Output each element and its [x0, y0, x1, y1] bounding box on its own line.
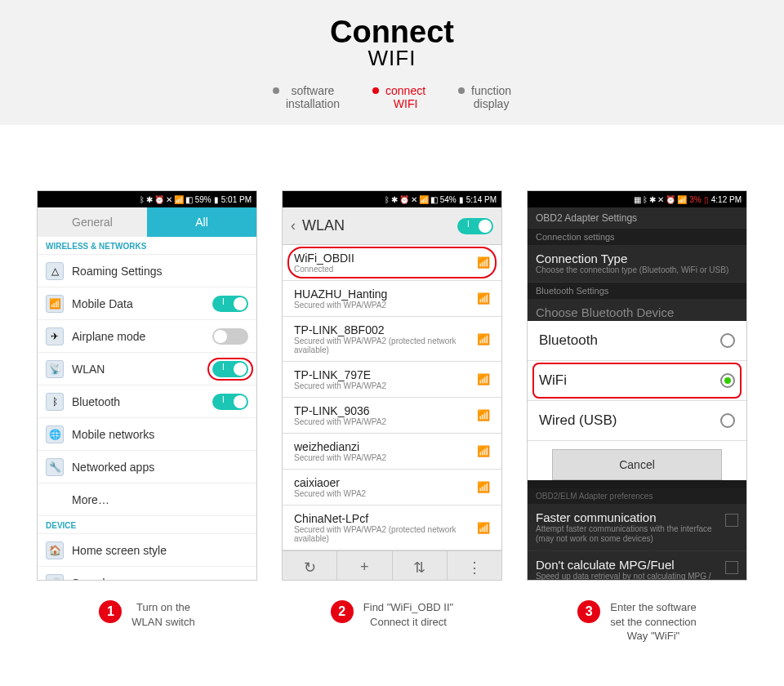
- clock: 5:14 PM: [466, 195, 497, 204]
- option-wifi[interactable]: WiFi: [528, 361, 746, 401]
- battery-level: 54%: [440, 195, 457, 204]
- option-bluetooth[interactable]: Bluetooth: [528, 321, 746, 361]
- tab-general[interactable]: General: [38, 207, 147, 237]
- roaming-icon: △: [46, 262, 64, 280]
- wifi-caixiaoer[interactable]: caixiaoerSecured with WPA2📶: [283, 470, 501, 506]
- status-bar: ▦ᛒ✱✕⏰📶 3% ▯ 4:12 PM: [528, 191, 746, 207]
- clock: 4:12 PM: [711, 195, 742, 204]
- wifi-weizhe[interactable]: weizhedianziSecured with WPA/WPA2📶: [283, 434, 501, 470]
- row-mobile-networks[interactable]: 🌐Mobile networks: [38, 418, 256, 451]
- row-home-screen[interactable]: 🏠Home screen style: [38, 534, 256, 567]
- progress-steps: softwareinstallation connectWIFI functio…: [0, 84, 784, 110]
- battery-icon: ▮: [214, 195, 219, 204]
- banner-title: Connect: [0, 16, 784, 47]
- caption-1: 1 Turn on theWLAN switch: [37, 600, 257, 644]
- badge-3: 3: [577, 600, 600, 623]
- back-icon[interactable]: ‹: [291, 217, 296, 234]
- row-networked-apps[interactable]: 🔧Networked apps: [38, 451, 256, 483]
- badge-1: 1: [99, 600, 122, 623]
- status-icons: ▦ᛒ✱✕⏰📶: [634, 195, 687, 204]
- battery-level: 59%: [195, 195, 212, 204]
- wlan-title: WLAN: [302, 217, 451, 234]
- row-more[interactable]: More…: [38, 483, 256, 516]
- battery-icon: ▯: [704, 195, 709, 204]
- phones-row: ᛒ✱⏰✕📶◧ 59% ▮ 5:01 PM General All WIRELES…: [0, 190, 784, 581]
- row-connection-type[interactable]: Connection Type Choose the connection ty…: [528, 245, 746, 283]
- wifi-lock-icon: 📶: [477, 481, 490, 493]
- mobile-data-icon: 📶: [46, 295, 64, 313]
- row-sound[interactable]: 🔊Sound: [38, 567, 256, 581]
- radio-icon: [720, 373, 735, 388]
- bluetooth-toggle[interactable]: [212, 394, 248, 410]
- sound-icon: 🔊: [46, 574, 64, 581]
- row-choose-bt: Choose Bluetooth Device: [528, 299, 746, 321]
- wifi-chinanet[interactable]: ChinaNet-LPcfSecured with WPA/WPA2 (prot…: [283, 506, 501, 550]
- radio-icon: [720, 413, 735, 428]
- phone-obd-settings: ▦ᛒ✱✕⏰📶 3% ▯ 4:12 PM OBD2 Adapter Setting…: [527, 190, 747, 581]
- phone-wlan: ᛒ✱⏰✕📶◧ 54% ▮ 5:14 PM ‹ WLAN WiFi_OBDIICo…: [282, 190, 502, 581]
- wifi-lock-icon: 📶: [477, 522, 490, 534]
- airplane-toggle[interactable]: [212, 328, 248, 345]
- sort-button[interactable]: ⇅: [393, 551, 448, 581]
- airplane-icon: ✈: [46, 327, 64, 345]
- section-bluetooth: Bluetooth Settings: [528, 283, 746, 299]
- wifi-tplink-8bf002[interactable]: TP-LINK_8BF002Secured with WPA/WPA2 (pro…: [283, 317, 501, 362]
- checkbox-icon[interactable]: [725, 561, 738, 574]
- bottom-bar: ↻ + ⇅ ⋮: [283, 550, 501, 581]
- section-wireless: WIRELESS & NETWORKS: [38, 237, 256, 255]
- checkbox-icon[interactable]: [725, 514, 738, 527]
- menu-button[interactable]: ⋮: [448, 551, 501, 581]
- bluetooth-icon: ᛒ: [46, 393, 64, 411]
- row-faster-comm[interactable]: Faster communication Attempt faster comm…: [528, 504, 746, 551]
- wifi-icon: 📶: [477, 256, 490, 269]
- refresh-button[interactable]: ↻: [283, 551, 337, 581]
- caption-3: 3 Enter the softwareset the connectionWa…: [527, 600, 747, 644]
- status-bar: ᛒ✱⏰✕📶◧ 54% ▮ 5:14 PM: [283, 191, 501, 207]
- phone-settings: ᛒ✱⏰✕📶◧ 59% ▮ 5:01 PM General All WIRELES…: [37, 190, 257, 581]
- option-wired[interactable]: Wired (USB): [528, 401, 746, 441]
- wifi-obdii[interactable]: WiFi_OBDIIConnected📶: [283, 245, 501, 281]
- status-icons: ᛒ✱⏰✕📶◧: [385, 195, 438, 204]
- badge-2: 2: [331, 600, 354, 623]
- add-button[interactable]: +: [337, 551, 392, 581]
- row-no-mpg[interactable]: Don't calculate MPG/Fuel Speed up data r…: [528, 551, 746, 581]
- clock: 5:01 PM: [221, 195, 252, 204]
- section-connection: Connection settings: [528, 229, 746, 245]
- row-roaming[interactable]: △Roaming Settings: [38, 255, 256, 287]
- wlan-toggle[interactable]: [212, 361, 248, 377]
- row-mobile-data[interactable]: 📶Mobile Data: [38, 287, 256, 320]
- wifi-tplink-797e[interactable]: TP-LINK_797ESecured with WPA/WPA2📶: [283, 362, 501, 398]
- section-device: DEVICE: [38, 516, 256, 534]
- row-bluetooth[interactable]: ᛒBluetooth: [38, 385, 256, 418]
- battery-level: 3%: [689, 195, 701, 204]
- networked-apps-icon: 🔧: [46, 458, 64, 476]
- row-airplane[interactable]: ✈Airplane mode: [38, 320, 256, 353]
- cancel-button[interactable]: Cancel: [552, 449, 722, 480]
- mobile-data-toggle[interactable]: [212, 296, 248, 312]
- status-bar: ᛒ✱⏰✕📶◧ 59% ▮ 5:01 PM: [38, 191, 256, 207]
- tab-all[interactable]: All: [147, 207, 256, 237]
- dot-icon: [458, 87, 465, 94]
- step-connect-wifi: connectWIFI: [372, 84, 425, 110]
- obd-title: OBD2 Adapter Settings: [528, 207, 746, 229]
- wifi-tplink-9036[interactable]: TP-LINK_9036Secured with WPA/WPA2📶: [283, 398, 501, 434]
- wifi-lock-icon: 📶: [477, 445, 490, 457]
- tabs: General All: [38, 207, 256, 237]
- caption-2: 2 Find "WiFi_OBD II"Connect it direct: [282, 600, 502, 644]
- banner-subtitle: WIFI: [0, 46, 784, 71]
- wireless-list: △Roaming Settings 📶Mobile Data ✈Airplane…: [38, 255, 256, 516]
- adapter-pref-label: OBD2/ELM Adapter preferences: [528, 488, 746, 504]
- wlan-icon: 📡: [46, 360, 64, 378]
- dot-icon: [372, 87, 379, 94]
- status-icons: ᛒ✱⏰✕📶◧: [140, 195, 193, 204]
- wifi-huazhu[interactable]: HUAZHU_HantingSecured with WPA/WPA2📶: [283, 281, 501, 317]
- wlan-header: ‹ WLAN: [283, 207, 501, 245]
- wlan-master-toggle[interactable]: [457, 218, 493, 234]
- captions: 1 Turn on theWLAN switch 2 Find "WiFi_OB…: [0, 600, 784, 644]
- battery-icon: ▮: [459, 195, 464, 204]
- wifi-lock-icon: 📶: [477, 373, 490, 385]
- dot-icon: [273, 87, 279, 94]
- home-icon: 🏠: [46, 541, 64, 559]
- row-wlan[interactable]: 📡WLAN: [38, 353, 256, 385]
- banner: Connect WIFI softwareinstallation connec…: [0, 0, 784, 125]
